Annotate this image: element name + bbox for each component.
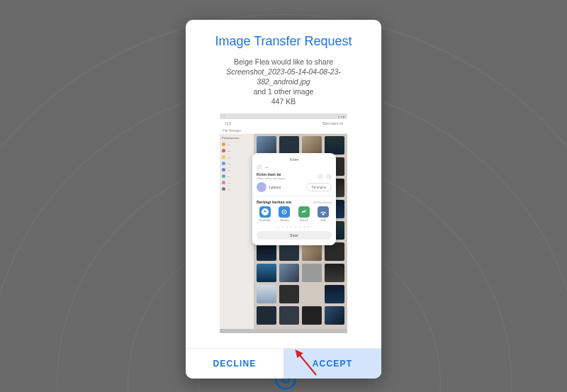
sender-name: Beige Flea [234, 57, 269, 66]
preview-statusbar: ⋮● ● ▮ [220, 113, 347, 119]
search-icon: Q [224, 121, 230, 125]
preview-app-title: File Manager [220, 128, 244, 133]
dialog-body: Image Transfer Request Beige Flea would … [186, 20, 381, 348]
share-back-button: Batal [257, 231, 332, 240]
pager-dots: • • • • • • • • [257, 225, 332, 229]
gear-icon [318, 174, 323, 179]
dialog-buttons: DECLINE ACCEPT [186, 348, 381, 379]
preview-share-sheet: Kirim — Kirim item ke Tekan untuk mendap… [252, 153, 336, 245]
decline-button[interactable]: DECLINE [186, 349, 284, 379]
dialog-title: Image Transfer Request [198, 34, 369, 50]
preview-app-bar: Q | Baru-baru ini [220, 119, 347, 128]
avatar [257, 182, 266, 192]
would-share-text: would like to share [269, 57, 333, 66]
share-title: Kirim [257, 157, 332, 162]
share-apps-grid: ShareMe Nearby ShareIt WiFi [257, 206, 332, 222]
image-preview: ⋮● ● ▮ Q | Baru-baru ini File Manager Pe… [220, 113, 347, 333]
xr-setting: XR Pertukaran [313, 201, 332, 204]
share-target: Lenovo [269, 185, 303, 189]
more-files-text: and 1 other image [254, 87, 314, 96]
file-name: Screenshot_2023-05-14-04-08-23-382_andro… [226, 67, 341, 86]
svg-point-1 [284, 211, 285, 213]
background: Image Transfer Request Beige Flea would … [0, 0, 567, 392]
refresh-icon [326, 174, 332, 179]
device-pill: Perangkat [306, 183, 332, 191]
share-sub: Tekan untuk mendapat [257, 177, 315, 180]
preview-sidebar: Penyimpanan — — — — — — — — [220, 133, 254, 329]
share-via-label: Berbagi berkas via [257, 200, 310, 204]
preview-breadcrumb: Baru-baru ini [231, 121, 343, 125]
dialog-subtitle: Beige Flea would like to share Screensho… [202, 57, 365, 107]
preview-navbar [220, 329, 347, 333]
transfer-size: 447 KB [271, 97, 296, 106]
transfer-request-dialog: Image Transfer Request Beige Flea would … [186, 20, 381, 379]
accept-button[interactable]: ACCEPT [284, 349, 381, 379]
